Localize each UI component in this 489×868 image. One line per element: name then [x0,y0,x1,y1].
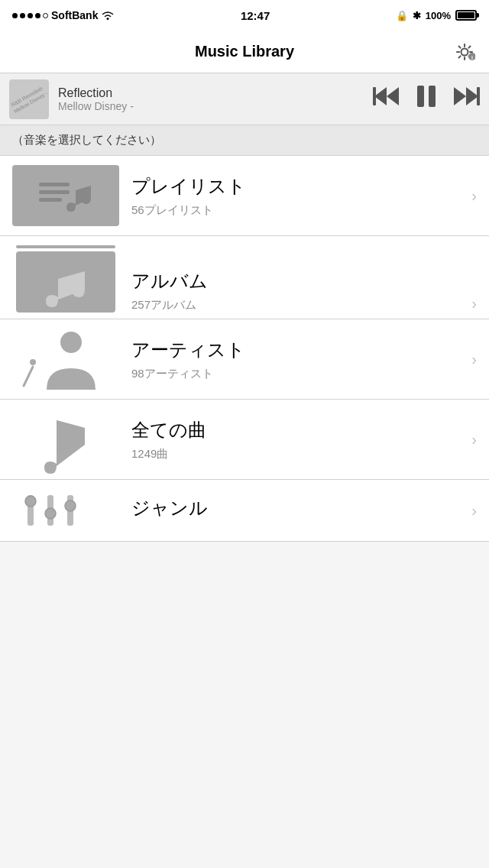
playlist-icon [12,165,119,226]
playlist-title: プレイリスト [131,174,459,199]
genre-list-item[interactable]: ジャンル › [0,480,489,542]
dot4 [35,13,40,18]
svg-rect-14 [39,198,62,202]
list-item[interactable]: 全ての曲 1249曲 › [0,400,489,480]
status-bar: SoftBank 12:47 🔒 ✱ 100% [0,0,489,31]
svg-point-17 [60,332,82,353]
chevron-icon: › [471,295,477,313]
playlist-art-svg [31,169,100,222]
svg-marker-4 [387,87,399,105]
genre-title: ジャンル [131,496,459,520]
track-artist: Mellow Disney - [58,100,364,112]
status-right: 🔒 ✱ 100% [396,10,477,21]
svg-rect-7 [417,86,424,107]
svg-point-16 [30,359,36,365]
artist-subtitle: 98アーティスト [131,367,459,381]
status-time: 12:47 [241,9,270,22]
genre-svg [20,489,112,532]
playlist-text: プレイリスト 56プレイリスト [131,174,459,218]
album-subtitle: 257アルバム [131,298,459,313]
allsongs-text: 全ての曲 1249曲 [131,418,459,462]
svg-marker-10 [466,87,478,105]
prev-button[interactable] [373,86,400,112]
album-art-thumbnail: R&B Revisited- Mellow Disney - [9,79,49,119]
artist-svg [16,329,115,390]
svg-line-15 [24,367,33,386]
next-icon [452,86,480,107]
track-title: Reflection [58,86,364,100]
svg-point-22 [45,508,56,519]
battery-fill [458,12,474,18]
album-title: アルバム [131,269,459,293]
bluetooth-icon: ✱ [413,10,421,21]
status-left: SoftBank [12,9,115,22]
svg-rect-13 [39,190,70,194]
svg-point-20 [25,496,36,507]
carrier-label: SoftBank [51,9,98,21]
list-item[interactable]: プレイリスト 56プレイリスト › [0,156,489,236]
nav-bar: Music Library i [0,31,489,73]
dot5 [43,13,48,18]
svg-rect-12 [39,183,70,186]
gear-icon: i [454,41,475,63]
playlist-subtitle: 56プレイリスト [131,203,459,218]
battery-percent: 100% [426,10,451,21]
album-stack-line [16,245,115,248]
signal-dots [12,13,48,18]
dot1 [12,13,18,18]
genre-text: ジャンル [131,496,459,525]
section-header-label: （音楽を選択してください） [12,133,161,146]
wifi-icon [101,9,115,22]
battery-icon [455,10,477,21]
next-button[interactable] [452,86,480,112]
track-info: Reflection Mellow Disney - [58,86,364,112]
allsongs-icon [12,409,119,470]
svg-point-1 [461,48,468,55]
allsongs-title: 全ての曲 [131,418,459,442]
dot2 [20,13,25,18]
album-stack-art [16,251,115,313]
now-playing-bar[interactable]: R&B Revisited- Mellow Disney - Reflectio… [0,73,489,125]
svg-text:i: i [471,54,473,60]
svg-rect-8 [429,86,436,107]
list-item[interactable]: アーティスト 98アーティスト › [0,319,489,400]
allsongs-subtitle: 1249曲 [131,447,459,462]
album-art-text: R&B Revisited- Mellow Disney - [9,83,49,114]
page-title: Music Library [195,43,294,60]
chevron-icon: › [471,431,477,449]
artist-icon [12,329,119,390]
section-header: （音楽を選択してください） [0,125,489,156]
svg-rect-11 [477,87,480,105]
chevron-icon: › [471,187,477,205]
svg-point-0 [107,18,109,20]
genre-icon [12,489,119,532]
list-item[interactable]: アルバム 257アルバム › [0,236,489,319]
artist-text: アーティスト 98アーティスト [131,338,459,381]
pause-icon [416,84,437,108]
artist-title: アーティスト [131,338,459,362]
svg-marker-9 [454,87,466,105]
chevron-icon: › [471,351,477,368]
svg-point-24 [65,500,76,511]
playback-controls [373,84,480,114]
prev-icon [373,86,400,107]
album-art-svg [35,257,96,307]
svg-rect-6 [373,87,376,105]
settings-button[interactable]: i [452,40,477,64]
album-icon [12,245,119,313]
allsongs-svg [28,405,104,474]
lock-icon: 🔒 [396,10,408,21]
svg-marker-5 [374,87,387,105]
album-text: アルバム 257アルバム [131,269,459,313]
chevron-icon: › [471,502,477,520]
pause-button[interactable] [416,84,437,114]
dot3 [28,13,33,18]
